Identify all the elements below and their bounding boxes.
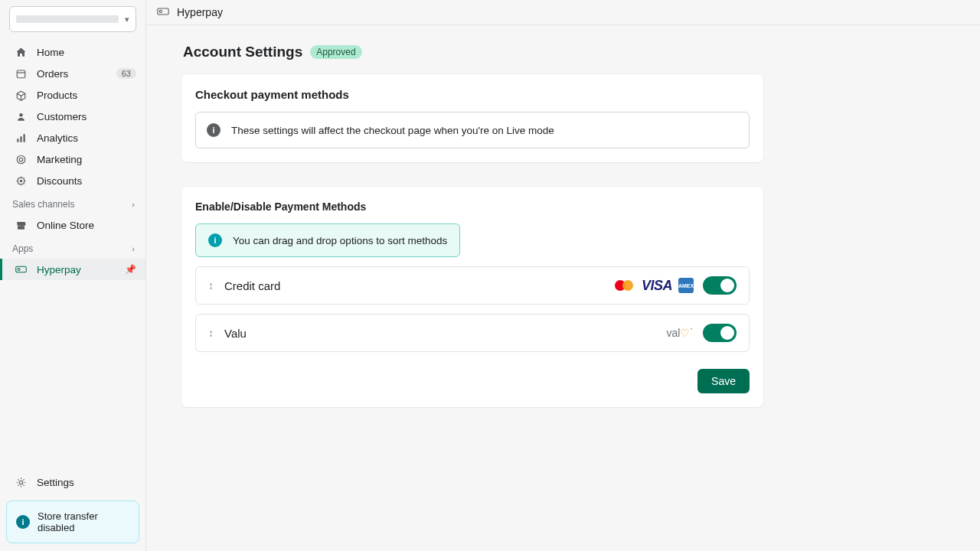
banner-text: These settings will affect the checkout … [231,125,554,136]
nav-label: Analytics [37,132,78,144]
hyperpay-icon [14,266,28,273]
chevron-right-icon: › [132,200,135,209]
svg-rect-3 [20,136,21,142]
nav-label: Home [37,47,64,58]
main: Hyperpay Account Settings Approved Check… [146,0,980,551]
transfer-banner-text: Store transfer disabled [38,510,129,533]
svg-point-10 [19,481,23,484]
svg-point-6 [19,158,23,161]
marketing-icon [14,154,28,165]
nav-app-hyperpay[interactable]: Hyperpay 📌 [0,259,145,280]
visa-icon: VISA [642,278,672,294]
nav-settings[interactable]: Settings [0,471,145,493]
brand-logos: VISA AMEX [612,278,694,294]
nav-home[interactable]: Home [0,41,145,63]
drag-handle-icon[interactable]: ↕ [208,327,214,339]
nav-online-store[interactable]: Online Store [0,214,145,236]
nav-label: Customers [37,111,87,122]
svg-point-7 [20,180,21,181]
orders-badge: 63 [116,68,136,79]
discounts-icon [14,175,28,187]
products-icon [14,90,28,101]
sidebar: ▾ Home Orders 63 Products Customers [0,0,146,551]
svg-point-12 [159,10,162,12]
svg-point-5 [17,155,25,164]
store-selector[interactable]: ▾ [9,6,136,32]
hyperpay-icon [157,8,169,17]
topbar: Hyperpay [146,0,980,25]
home-icon [14,47,28,58]
transfer-banner: i Store transfer disabled [6,500,139,543]
page-header: Account Settings Approved [183,44,945,60]
nav-label: Online Store [37,220,94,231]
svg-rect-0 [17,70,25,78]
gear-icon [14,477,28,488]
enable-toggle[interactable] [703,276,737,295]
save-button[interactable]: Save [697,369,750,393]
nav-discounts[interactable]: Discounts [0,170,145,191]
payment-method-row[interactable]: ↕ Valu val♡˙ [195,314,750,352]
customers-icon [14,111,28,122]
brand-logos: val♡˙ [666,327,694,339]
chevron-right-icon: › [132,244,135,253]
svg-rect-2 [17,139,18,142]
nav-label: Settings [37,477,74,488]
page-title: Account Settings [183,44,302,60]
sales-channels-header[interactable]: Sales channels › [0,191,145,214]
drag-handle-icon[interactable]: ↕ [208,279,214,292]
store-icon [14,220,28,231]
enable-methods-card: Enable/Disable Payment Methods i You can… [181,187,763,407]
nav-analytics[interactable]: Analytics [0,127,145,148]
checkout-methods-card: Checkout payment methods i These setting… [181,74,763,162]
status-badge: Approved [310,45,361,59]
orders-icon [14,68,28,80]
analytics-icon [14,132,28,144]
card-title: Checkout payment methods [195,88,750,101]
store-selector-placeholder [16,15,119,23]
valu-icon: val♡˙ [666,327,694,339]
hint-banner: i You can drag and drop options to sort … [195,223,460,257]
info-icon: i [208,233,222,247]
info-icon: i [16,515,30,529]
chevron-down-icon: ▾ [125,15,129,24]
topbar-title: Hyperpay [177,6,223,18]
info-banner: i These settings will affect the checkou… [195,112,750,148]
section-label: Sales channels [12,199,74,210]
enable-toggle[interactable] [703,324,737,342]
nav-label: Orders [37,68,68,80]
svg-rect-4 [23,134,24,142]
nav-label: Discounts [37,175,82,187]
section-label: Apps [12,243,33,254]
nav-label: Products [37,90,77,101]
svg-point-1 [19,113,23,117]
mastercard-icon [612,278,635,293]
amex-icon: AMEX [678,278,694,293]
method-name: Valu [224,327,247,340]
nav-customers[interactable]: Customers [0,106,145,127]
card-title: Enable/Disable Payment Methods [195,201,750,213]
primary-nav: Home Orders 63 Products Customers Analyt… [0,41,145,191]
nav-label: Marketing [37,154,82,165]
apps-header[interactable]: Apps › [0,236,145,259]
nav-products[interactable]: Products [0,84,145,106]
hint-text: You can drag and drop options to sort me… [233,235,447,246]
nav-orders[interactable]: Orders 63 [0,63,145,84]
payment-method-row[interactable]: ↕ Credit card VISA AMEX [195,266,750,305]
method-name: Credit card [224,279,280,292]
pin-icon[interactable]: 📌 [125,264,136,275]
svg-point-9 [18,269,20,271]
info-icon: i [207,123,220,137]
nav-marketing[interactable]: Marketing [0,148,145,170]
nav-label: Hyperpay [37,264,81,276]
